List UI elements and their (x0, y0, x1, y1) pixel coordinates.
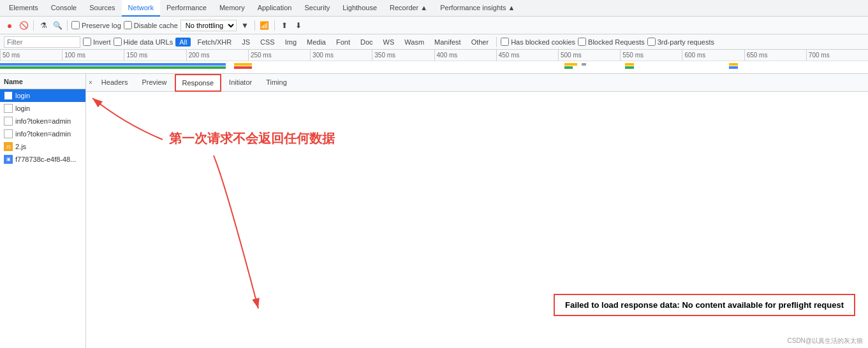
tab-network[interactable]: Network (122, 0, 160, 17)
filter-tag-js[interactable]: JS (238, 38, 254, 47)
list-item-text-2: login (15, 105, 30, 112)
filter-sep-1 (496, 37, 497, 47)
tick-350: 350 ms (372, 50, 434, 61)
disable-cache-checkbox[interactable] (124, 21, 132, 29)
list-item-icon-3 (4, 117, 13, 126)
list-item-text-5: 2.js (15, 143, 26, 150)
filter-tag-img[interactable]: Img (281, 38, 300, 47)
tick-500: 500 ms (558, 50, 620, 61)
export-button[interactable]: ⬇ (293, 20, 304, 31)
invert-text: Invert (93, 38, 111, 46)
toolbar-separator-4 (274, 20, 275, 31)
list-item-js[interactable]: JS 2.js (0, 140, 85, 153)
panel-tab-close-icon: × (89, 79, 92, 86)
filter-button[interactable]: ⚗ (38, 20, 49, 31)
tick-400: 400 ms (434, 50, 496, 61)
filter-tag-media[interactable]: Media (303, 38, 330, 47)
toolbar-separator-3 (254, 20, 255, 31)
filter-tag-font[interactable]: Font (332, 38, 354, 47)
filter-tag-all[interactable]: All (175, 38, 191, 47)
hide-urls-text: Hide data URLs (124, 38, 173, 46)
tick-600: 600 ms (682, 50, 744, 61)
panel-tab-initiator[interactable]: Initiator (223, 74, 258, 92)
list-item-text-1: login (15, 92, 30, 99)
devtools-tab-bar: Elements Console Sources Network Perform… (0, 0, 868, 17)
preserve-log-label[interactable]: Preserve log (71, 21, 121, 29)
list-item-text-4: info?token=admin (15, 130, 71, 138)
tab-application[interactable]: Application (251, 0, 298, 17)
tab-console[interactable]: Console (45, 0, 83, 17)
hide-urls-checkbox[interactable] (114, 38, 122, 46)
tick-550: 550 ms (620, 50, 682, 61)
wf-bar-yellow-4 (729, 63, 738, 66)
clear-button[interactable]: 🚫 (18, 20, 29, 31)
error-box: Failed to load response data: No content… (554, 294, 855, 316)
list-item-login-2[interactable]: login (0, 102, 85, 115)
tab-memory[interactable]: Memory (213, 0, 251, 17)
filter-bar: Invert Hide data URLs All Fetch/XHR JS C… (0, 34, 868, 50)
tick-150: 150 ms (124, 50, 186, 61)
panel-tab-response[interactable]: Response (175, 74, 222, 92)
panel-content: 第一次请求不会返回任何数据 Failed to load respons (86, 92, 868, 348)
wf-bar-yellow-2 (564, 63, 577, 66)
tab-recorder[interactable]: Recorder ▲ (383, 0, 434, 17)
invert-label[interactable]: Invert (83, 38, 111, 46)
tab-lighthouse[interactable]: Lighthouse (336, 0, 383, 17)
filter-tag-ws[interactable]: WS (379, 38, 399, 47)
blocked-cookies-text: Has blocked cookies (511, 38, 575, 46)
wifi-icon[interactable]: 📶 (259, 20, 270, 31)
list-item-icon-6: ▣ (4, 155, 13, 164)
list-item-icon-5: JS (4, 142, 13, 151)
disable-cache-text: Disable cache (134, 22, 178, 29)
tab-elements[interactable]: Elements (3, 0, 45, 17)
tab-perf-insights[interactable]: Performance insights ▲ (434, 0, 521, 17)
panel-tab-timing[interactable]: Timing (260, 74, 293, 92)
response-panel: × Headers Preview Response Initiator Tim… (86, 74, 868, 348)
import-button[interactable]: ⬆ (279, 20, 290, 31)
list-item-img[interactable]: ▣ f778738c-e4f8-48... (0, 153, 85, 166)
panel-tabs: × Headers Preview Response Initiator Tim… (86, 74, 868, 92)
invert-checkbox[interactable] (83, 38, 91, 46)
filter-tag-fetch[interactable]: Fetch/XHR (193, 38, 235, 47)
blocked-req-checkbox[interactable] (578, 38, 586, 46)
list-item-text-3: info?token=admin (15, 117, 71, 125)
wf-bar-green-3 (625, 66, 634, 69)
timeline-ruler: 50 ms 100 ms 150 ms 200 ms 250 ms 300 ms… (0, 50, 868, 61)
panel-tab-headers[interactable]: Headers (95, 74, 135, 92)
disable-cache-label[interactable]: Disable cache (124, 21, 178, 29)
list-item-icon-2 (4, 104, 13, 113)
record-button[interactable]: ● (4, 20, 15, 31)
network-list-panel: Name login login info?token=admin info?t… (0, 74, 86, 348)
filter-input[interactable] (4, 36, 80, 48)
search-button[interactable]: 🔍 (52, 20, 63, 31)
tab-security[interactable]: Security (298, 0, 336, 17)
filter-tag-wasm[interactable]: Wasm (401, 38, 428, 47)
third-party-checkbox[interactable] (647, 38, 656, 46)
filter-tag-doc[interactable]: Doc (357, 38, 377, 47)
throttle-icon[interactable]: ▼ (239, 20, 251, 31)
throttle-select[interactable]: No throttling (180, 20, 237, 31)
tab-sources[interactable]: Sources (83, 0, 121, 17)
list-item-login-1[interactable]: login (0, 89, 85, 102)
third-party-label[interactable]: 3rd-party requests (647, 38, 714, 46)
filter-tag-css[interactable]: CSS (256, 38, 279, 47)
blocked-cookies-label[interactable]: Has blocked cookies (501, 38, 575, 46)
hide-urls-label[interactable]: Hide data URLs (114, 38, 173, 46)
blocked-cookies-checkbox[interactable] (501, 38, 509, 46)
wf-bar-yellow-3 (625, 63, 634, 66)
wf-bar-green-2 (564, 66, 573, 69)
tab-performance[interactable]: Performance (160, 0, 213, 17)
panel-tab-preview[interactable]: Preview (135, 74, 173, 92)
filter-tag-other[interactable]: Other (467, 38, 493, 47)
wf-bar-grey (582, 63, 586, 66)
blocked-req-label[interactable]: Blocked Requests (578, 38, 645, 46)
list-item-info-2[interactable]: info?token=admin (0, 127, 85, 140)
network-toolbar: ● 🚫 ⚗ 🔍 Preserve log Disable cache No th… (0, 17, 868, 34)
wf-bar-yellow-1 (234, 63, 251, 66)
tick-650: 650 ms (744, 50, 806, 61)
list-item-info-1[interactable]: info?token=admin (0, 115, 85, 127)
toolbar-separator-2 (67, 20, 68, 31)
blocked-req-text: Blocked Requests (588, 38, 645, 46)
filter-tag-manifest[interactable]: Manifest (430, 38, 465, 47)
preserve-log-checkbox[interactable] (71, 21, 80, 29)
